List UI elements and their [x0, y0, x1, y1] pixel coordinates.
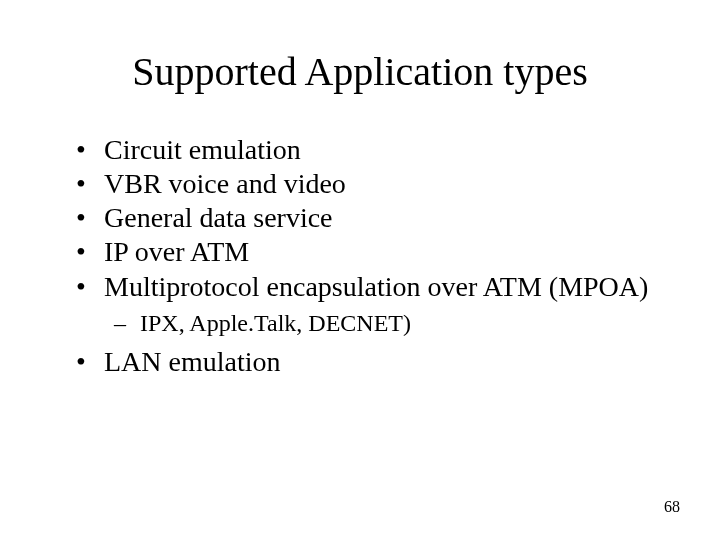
bullet-item: Circuit emulation	[70, 133, 650, 167]
bullet-list: LAN emulation	[70, 345, 650, 379]
sub-bullet-list: IPX, Apple.Talk, DECNET)	[70, 308, 650, 339]
bullet-list: Circuit emulation VBR voice and video Ge…	[70, 133, 650, 304]
bullet-item: LAN emulation	[70, 345, 650, 379]
slide: Supported Application types Circuit emul…	[0, 0, 720, 540]
bullet-item: Multiprotocol encapsulation over ATM (MP…	[70, 270, 650, 304]
sub-bullet-item: IPX, Apple.Talk, DECNET)	[70, 308, 650, 339]
bullet-item: VBR voice and video	[70, 167, 650, 201]
page-number: 68	[664, 498, 680, 516]
slide-title: Supported Application types	[70, 48, 650, 95]
bullet-item: General data service	[70, 201, 650, 235]
bullet-item: IP over ATM	[70, 235, 650, 269]
